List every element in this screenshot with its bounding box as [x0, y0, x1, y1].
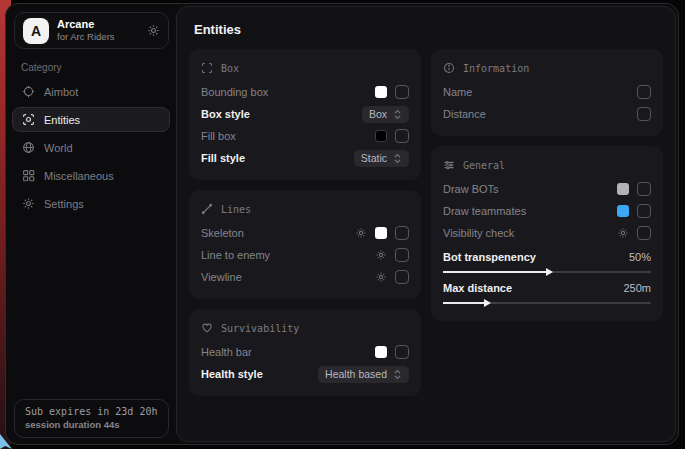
color-swatch[interactable]: [375, 346, 387, 358]
setting-label: Viewline: [201, 271, 242, 283]
setting-label: Draw teammates: [443, 205, 526, 217]
setting-row: Viewline: [201, 266, 409, 288]
sidebar-item-settings[interactable]: Settings: [12, 191, 170, 216]
app-title: Arcane: [57, 18, 139, 31]
setting-label: Visibility check: [443, 227, 514, 239]
fill-style-dropdown[interactable]: Static: [354, 150, 409, 167]
health-bar-checkbox[interactable]: [395, 345, 409, 359]
card-title: Lines: [221, 204, 251, 215]
bot-transparency-slider[interactable]: [443, 271, 651, 273]
main-panel: Entities Box Bounding box: [176, 6, 676, 442]
scan-entity-icon: [22, 113, 35, 126]
card-title: Box: [221, 63, 239, 74]
sidebar-item-world[interactable]: World: [12, 135, 170, 160]
diagonal-line-icon: [201, 203, 213, 215]
sidebar: A Arcane for Arc Riders Category: [6, 4, 176, 444]
dropdown-value: Static: [361, 152, 387, 164]
setting-label: Fill style: [201, 152, 245, 164]
viewline-settings-gear-icon[interactable]: [375, 271, 387, 283]
right-column: Information Name Distance: [431, 49, 663, 396]
color-swatch[interactable]: [375, 130, 387, 142]
sidebar-item-miscellaneous[interactable]: Miscellaneous: [12, 163, 170, 188]
color-swatch[interactable]: [617, 183, 629, 195]
setting-row: Health bar: [201, 341, 409, 363]
skeleton-settings-gear-icon[interactable]: [355, 227, 367, 239]
setting-row: Health style Health based: [201, 363, 409, 385]
general-card-header: General: [443, 155, 651, 175]
setting-row: Draw BOTs: [443, 178, 651, 200]
slider-thumb[interactable]: [546, 268, 553, 276]
avatar: A: [23, 18, 49, 44]
sidebar-nav: Aimbot Entities World: [6, 79, 176, 216]
setting-row: Line to enemy: [201, 244, 409, 266]
bot-transparency-slider-block: Bot transpenency 50%: [443, 248, 651, 273]
max-distance-slider-block: Max distance 250m: [443, 279, 651, 304]
box-card: Box Bounding box Box style Box: [189, 49, 421, 180]
chevrons-up-down-icon: [393, 153, 402, 164]
setting-label: Distance: [443, 108, 486, 120]
setting-label: Skeleton: [201, 227, 244, 239]
heart-icon: [201, 322, 213, 334]
session-duration-text: session duration 44s: [25, 419, 158, 430]
sliders-icon: [443, 159, 455, 171]
setting-label: Box style: [201, 108, 250, 120]
slider-fill: [443, 271, 547, 273]
slider-thumb[interactable]: [484, 299, 491, 307]
sidebar-item-label: Aimbot: [44, 86, 78, 98]
setting-label: Health style: [201, 368, 263, 380]
setting-label: Draw BOTs: [443, 183, 499, 195]
general-card: General Draw BOTs Draw teammates: [431, 146, 663, 321]
slider-label: Max distance: [443, 282, 512, 294]
setting-label: Bounding box: [201, 86, 268, 98]
health-style-dropdown[interactable]: Health based: [318, 366, 409, 383]
draw-teammates-checkbox[interactable]: [637, 204, 651, 218]
line-to-enemy-checkbox[interactable]: [395, 248, 409, 262]
setting-row: Name: [443, 81, 651, 103]
viewline-checkbox[interactable]: [395, 270, 409, 284]
setting-row: Fill box: [201, 125, 409, 147]
sidebar-item-entities[interactable]: Entities: [12, 107, 170, 132]
setting-label: Health bar: [201, 346, 252, 358]
max-distance-slider[interactable]: [443, 302, 651, 304]
color-swatch[interactable]: [375, 227, 387, 239]
distance-checkbox[interactable]: [637, 107, 651, 121]
sidebar-item-label: World: [44, 142, 73, 154]
sub-expiry-text: Sub expires in 23d 20h: [25, 406, 158, 417]
bounding-box-checkbox[interactable]: [395, 85, 409, 99]
slider-value: 50%: [629, 251, 651, 263]
lines-card: Lines Skeleton: [189, 190, 421, 299]
box-corners-icon: [201, 62, 213, 74]
setting-row: Distance: [443, 103, 651, 125]
card-title: Information: [463, 63, 529, 74]
card-title: General: [463, 160, 505, 171]
setting-row: Visibility check: [443, 222, 651, 244]
line-to-enemy-settings-gear-icon[interactable]: [375, 249, 387, 261]
draw-bots-checkbox[interactable]: [637, 182, 651, 196]
lines-card-header: Lines: [201, 199, 409, 219]
slider-value: 250m: [623, 282, 651, 294]
visibility-check-settings-gear-icon[interactable]: [617, 227, 629, 239]
setting-row: Draw teammates: [443, 200, 651, 222]
color-swatch[interactable]: [617, 205, 629, 217]
category-label: Category: [21, 62, 176, 73]
slider-fill: [443, 302, 485, 304]
dropdown-value: Health based: [325, 368, 387, 380]
app-subtitle: for Arc Riders: [57, 31, 139, 42]
setting-row: Bounding box: [201, 81, 409, 103]
brand-card: A Arcane for Arc Riders: [14, 12, 169, 49]
skeleton-checkbox[interactable]: [395, 226, 409, 240]
chevrons-up-down-icon: [393, 369, 402, 380]
fill-box-checkbox[interactable]: [395, 129, 409, 143]
visibility-check-checkbox[interactable]: [637, 226, 651, 240]
color-swatch[interactable]: [375, 86, 387, 98]
brand-settings-icon[interactable]: [147, 24, 160, 37]
name-checkbox[interactable]: [637, 85, 651, 99]
sidebar-item-aimbot[interactable]: Aimbot: [12, 79, 170, 104]
survivability-card-header: Survivability: [201, 318, 409, 338]
info-icon: [443, 62, 455, 74]
sidebar-item-label: Miscellaneous: [44, 170, 114, 182]
subscription-info-card: Sub expires in 23d 20h session duration …: [14, 399, 169, 438]
globe-icon: [22, 141, 35, 154]
dropdown-value: Box: [369, 108, 387, 120]
box-style-dropdown[interactable]: Box: [362, 106, 409, 123]
